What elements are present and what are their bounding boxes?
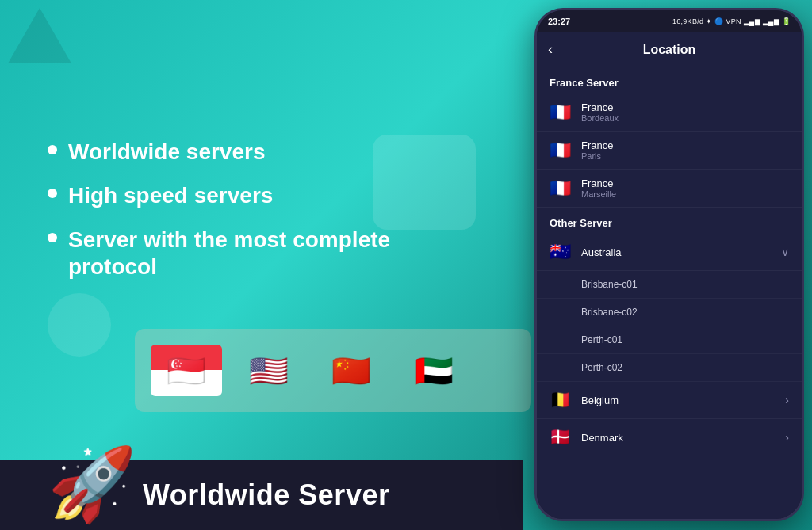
status-bar: 23:27 16,9KB/d ✦ 🔵 VPN ▂▄▆ ▂▄▆ 🔋 (537, 10, 802, 32)
france-bordeaux-info: France Bordeaux (581, 101, 789, 123)
france-marseille-info: France Marseille (581, 177, 789, 199)
perth-c01-item[interactable]: Perth-c01 (537, 326, 802, 354)
status-icons: 16,9KB/d ✦ 🔵 VPN ▂▄▆ ▂▄▆ 🔋 (672, 17, 791, 25)
france-server-section-header: France Server (537, 67, 802, 93)
flag-uae (398, 345, 469, 396)
perth-c02-item[interactable]: Perth-c02 (537, 354, 802, 382)
chevron-right-icon-denmark: › (785, 431, 789, 444)
chevron-right-icon-belgium: › (785, 394, 789, 406)
phone-content: France Server 🇫🇷 France Bordeaux 🇫🇷 Fran… (537, 67, 802, 519)
back-button[interactable]: ‹ (548, 41, 553, 58)
bullet-item-1: Worldwide servers (48, 139, 476, 166)
brisbane-c02-item[interactable]: Brisbane-c02 (537, 299, 802, 326)
belgium-flag: 🇧🇪 (550, 390, 572, 410)
france-flag-1: 🇫🇷 (550, 102, 572, 123)
flag-usa (233, 345, 304, 396)
page-title: Location (643, 43, 696, 57)
france-bordeaux-city: Bordeaux (581, 113, 789, 123)
belgium-country-row[interactable]: 🇧🇪 Belgium › (537, 382, 802, 419)
flag-strip (135, 329, 531, 412)
status-time: 23:27 (548, 17, 570, 26)
bullet-dot-1 (48, 145, 57, 154)
brisbane-c01-item[interactable]: Brisbane-c01 (537, 271, 802, 299)
france-paris-item[interactable]: 🇫🇷 France Paris (537, 132, 802, 170)
australia-country-row[interactable]: 🇦🇺 Australia ∨ (537, 234, 802, 271)
france-paris-info: France Paris (581, 139, 789, 161)
australia-flag: 🇦🇺 (550, 242, 572, 262)
australia-name: Australia (581, 246, 781, 258)
denmark-name: Denmark (581, 432, 785, 444)
other-server-section-header: Other Server (537, 208, 802, 234)
bottom-banner-text: Worldwide Server (143, 479, 389, 512)
france-bordeaux-name: France (581, 101, 789, 113)
rocket-icon: 🚀 (48, 443, 136, 526)
bullet-dot-2 (48, 189, 57, 198)
france-marseille-item[interactable]: 🇫🇷 France Marseille (537, 170, 802, 208)
bullet-item-2: High speed servers (48, 182, 476, 209)
phone-mockup: 23:27 16,9KB/d ✦ 🔵 VPN ▂▄▆ ▂▄▆ 🔋 ‹ Locat… (534, 8, 804, 521)
app-header: ‹ Location (537, 32, 802, 67)
france-marseille-city: Marseille (581, 189, 789, 199)
denmark-flag: 🇩🇰 (550, 427, 572, 448)
belgium-name: Belgium (581, 395, 785, 406)
france-marseille-name: France (581, 177, 789, 189)
france-paris-name: France (581, 139, 789, 151)
chevron-down-icon: ∨ (781, 246, 789, 258)
feature-list: Worldwide servers High speed servers Ser… (48, 139, 476, 297)
france-flag-2: 🇫🇷 (550, 140, 572, 161)
flag-china (316, 345, 387, 396)
france-bordeaux-item[interactable]: 🇫🇷 France Bordeaux (537, 93, 802, 132)
bullet-dot-3 (48, 233, 57, 242)
denmark-country-row[interactable]: 🇩🇰 Denmark › (537, 419, 802, 456)
france-paris-city: Paris (581, 151, 789, 161)
flag-singapore (151, 345, 222, 396)
france-flag-3: 🇫🇷 (550, 178, 572, 199)
bullet-item-3: Server with the most complete protocol (48, 227, 476, 280)
